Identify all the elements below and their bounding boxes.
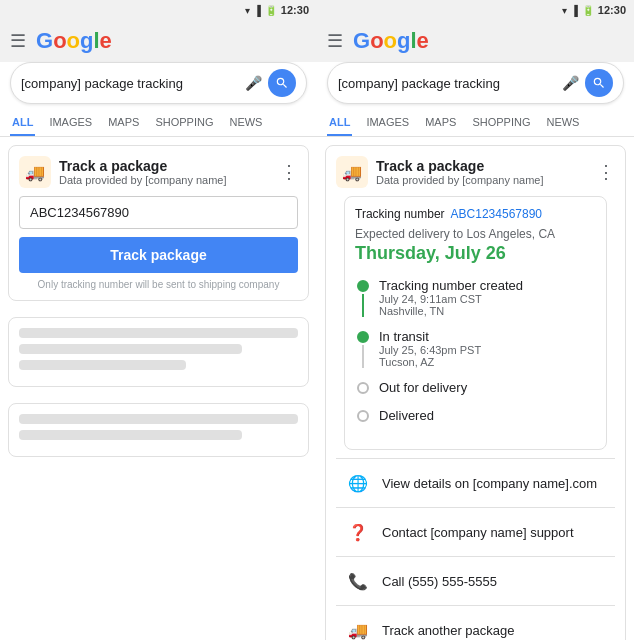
- track-card-title-right: Track a package: [376, 158, 544, 174]
- mic-icon-right[interactable]: 🎤: [562, 75, 579, 91]
- tab-shopping-right[interactable]: SHOPPING: [470, 110, 532, 136]
- action-label-support: Contact [company name] support: [382, 525, 574, 540]
- wifi-icon-right: ▾: [562, 5, 567, 16]
- truck-icon-right: 🚚: [336, 156, 368, 188]
- search-button-left[interactable]: [268, 69, 296, 97]
- timeline-event-1: Tracking number created: [379, 278, 596, 293]
- action-contact-support[interactable]: ❓ Contact [company name] support: [336, 507, 615, 556]
- timeline-details-1: July 24, 9:11am CSTNashville, TN: [379, 293, 596, 317]
- search-bar-right[interactable]: [company] package tracking 🎤: [327, 62, 624, 104]
- timeline-content-1: Tracking number created July 24, 9:11am …: [379, 278, 596, 317]
- time-left: 12:30: [281, 4, 309, 16]
- search-query-right: [company] package tracking: [338, 76, 556, 91]
- phone-icon: 📞: [344, 567, 372, 595]
- expected-delivery-label: Expected delivery to Los Angeles, CA: [355, 227, 596, 241]
- action-view-details[interactable]: 🌐 View details on [company name].com: [336, 458, 615, 507]
- tracking-input-left[interactable]: [19, 196, 298, 229]
- timeline-dot-2: [357, 331, 369, 343]
- google-logo-left: Google: [36, 28, 112, 54]
- timeline-dot-3: [357, 382, 369, 394]
- track-card-header-right: 🚚 Track a package Data provided by [comp…: [336, 156, 615, 188]
- tab-shopping-left[interactable]: SHOPPING: [153, 110, 215, 136]
- track-card-header-left: 🚚 Track a package Data provided by [comp…: [19, 156, 298, 188]
- timeline-item-created: Tracking number created July 24, 9:11am …: [355, 278, 596, 317]
- action-label-view: View details on [company name].com: [382, 476, 597, 491]
- header-left: ☰ Google: [0, 20, 317, 62]
- tracking-timeline: Tracking number created July 24, 9:11am …: [355, 274, 596, 439]
- menu-icon[interactable]: ☰: [10, 30, 26, 52]
- signal-icon: ▐: [254, 5, 261, 16]
- tab-all-left[interactable]: ALL: [10, 110, 35, 136]
- timeline-event-2: In transit: [379, 329, 596, 344]
- status-bar-left: ▾ ▐ 🔋 12:30: [0, 0, 317, 20]
- skeleton-1: [8, 317, 309, 387]
- left-panel: ▾ ▐ 🔋 12:30 ☰ Google [company] package t…: [0, 0, 317, 640]
- timeline-details-2: July 25, 6:43pm PSTTucson, AZ: [379, 344, 596, 368]
- timeline-item-transit: In transit July 25, 6:43pm PSTTucson, AZ: [355, 329, 596, 368]
- signal-icon-right: ▐: [571, 5, 578, 16]
- timeline-event-4: Delivered: [379, 408, 596, 423]
- wifi-icon: ▾: [245, 5, 250, 16]
- skeleton-line: [19, 430, 242, 440]
- status-bar-right: ▾ ▐ 🔋 12:30: [317, 0, 634, 20]
- tab-news-right[interactable]: NEWS: [544, 110, 581, 136]
- track-card-left: 🚚 Track a package Data provided by [comp…: [8, 145, 309, 301]
- header-right: ☰ Google: [317, 20, 634, 62]
- timeline-dot-4: [357, 410, 369, 422]
- search-button-right[interactable]: [585, 69, 613, 97]
- search-query-left: [company] package tracking: [21, 76, 239, 91]
- more-icon-right[interactable]: ⋮: [597, 161, 615, 183]
- right-panel: ▾ ▐ 🔋 12:30 ☰ Google [company] package t…: [317, 0, 634, 640]
- timeline-dot-1: [357, 280, 369, 292]
- truck-icon-left: 🚚: [19, 156, 51, 188]
- help-icon: ❓: [344, 518, 372, 546]
- timeline-content-2: In transit July 25, 6:43pm PSTTucson, AZ: [379, 329, 596, 368]
- right-panel-content: 🚚 Track a package Data provided by [comp…: [317, 137, 634, 640]
- battery-icon-right: 🔋: [582, 5, 594, 16]
- battery-icon: 🔋: [265, 5, 277, 16]
- action-track-another[interactable]: 🚚 Track another package: [336, 605, 615, 640]
- skeleton-line: [19, 344, 242, 354]
- globe-icon: 🌐: [344, 469, 372, 497]
- track-card-right: 🚚 Track a package Data provided by [comp…: [325, 145, 626, 640]
- delivery-date: Thursday, July 26: [355, 243, 596, 264]
- tracking-number-link[interactable]: ABC1234567890: [451, 207, 542, 221]
- tab-news-left[interactable]: NEWS: [227, 110, 264, 136]
- track-card-text: Track a package Data provided by [compan…: [59, 158, 227, 186]
- track-card-text-right: Track a package Data provided by [compan…: [376, 158, 544, 186]
- timeline-line-2: [362, 345, 364, 368]
- more-icon-left[interactable]: ⋮: [280, 161, 298, 183]
- skeleton-line: [19, 414, 298, 424]
- tab-images-right[interactable]: IMAGES: [364, 110, 411, 136]
- tab-maps-left[interactable]: MAPS: [106, 110, 141, 136]
- mic-icon-left[interactable]: 🎤: [245, 75, 262, 91]
- tab-all-right[interactable]: ALL: [327, 110, 352, 136]
- track-card-subtitle-right: Data provided by [company name]: [376, 174, 544, 186]
- track-card-title-row: 🚚 Track a package Data provided by [comp…: [19, 156, 227, 188]
- search-bar-left[interactable]: [company] package tracking 🎤: [10, 62, 307, 104]
- timeline-item-delivered: Delivered: [355, 408, 596, 423]
- action-call[interactable]: 📞 Call (555) 555-5555: [336, 556, 615, 605]
- tracking-result-card: Tracking number ABC1234567890 Expected d…: [344, 196, 607, 450]
- tabs-right: ALL IMAGES MAPS SHOPPING NEWS: [317, 110, 634, 137]
- timeline-item-out-delivery: Out for delivery: [355, 380, 596, 396]
- track-card-title-left: Track a package: [59, 158, 227, 174]
- track-button-left[interactable]: Track package: [19, 237, 298, 273]
- action-label-call: Call (555) 555-5555: [382, 574, 497, 589]
- tracking-number-row: Tracking number ABC1234567890: [355, 207, 596, 221]
- menu-icon-right[interactable]: ☰: [327, 30, 343, 52]
- tab-maps-right[interactable]: MAPS: [423, 110, 458, 136]
- skeleton-line: [19, 328, 298, 338]
- truck-icon-action: 🚚: [344, 616, 372, 640]
- track-disclaimer-left: Only tracking number will be sent to shi…: [19, 279, 298, 290]
- tab-images-left[interactable]: IMAGES: [47, 110, 94, 136]
- track-card-subtitle-left: Data provided by [company name]: [59, 174, 227, 186]
- timeline-content-3: Out for delivery: [379, 380, 596, 396]
- skeleton-line: [19, 360, 186, 370]
- tabs-left: ALL IMAGES MAPS SHOPPING NEWS: [0, 110, 317, 137]
- action-label-track-another: Track another package: [382, 623, 514, 638]
- time-right: 12:30: [598, 4, 626, 16]
- timeline-event-3: Out for delivery: [379, 380, 596, 395]
- tracking-number-label: Tracking number: [355, 207, 445, 221]
- skeleton-2: [8, 403, 309, 457]
